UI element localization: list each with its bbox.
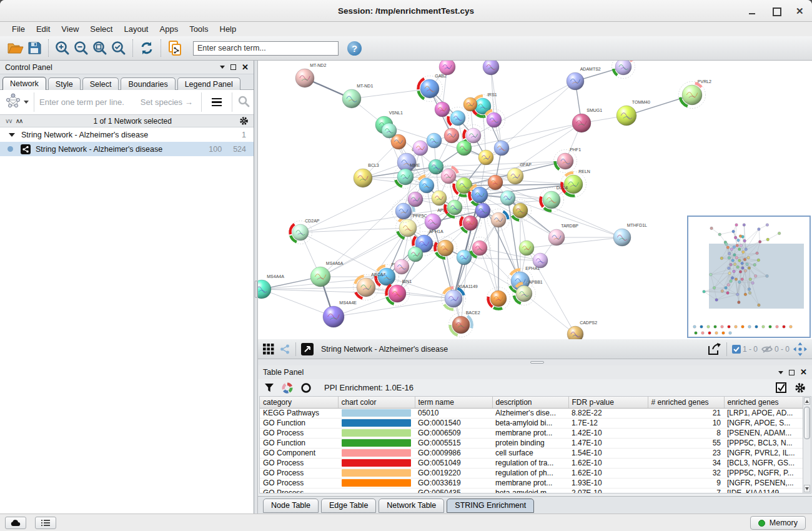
task-history-button[interactable] [35,517,56,529]
network-node[interactable]: KIAA1149 [442,284,478,311]
enrichment-row[interactable]: GO ComponentGO:0009986cell surface1.54E-… [260,448,804,458]
table-panel-menu-icon[interactable] [778,371,783,374]
share-network-icon[interactable] [279,344,290,355]
filter-icon[interactable] [264,383,274,393]
annotation-mode-icon[interactable] [301,343,314,355]
menu-edit[interactable]: Edit [31,23,56,35]
network-node[interactable] [439,61,455,75]
column-header[interactable]: FDR p-value [568,397,648,408]
string-options-icon[interactable] [212,98,222,107]
network-list-gear-icon[interactable] [239,116,249,126]
zoom-in-icon[interactable] [53,39,72,57]
network-node[interactable]: MS4A4A [258,274,284,299]
network-node[interactable]: BACE2 [449,310,480,337]
network-node[interactable] [457,141,472,156]
panel-menu-icon[interactable] [220,66,225,69]
birdseye-view[interactable] [687,216,811,338]
collapse-all-icon[interactable]: ∨∨ [5,117,12,124]
zoom-selected-icon[interactable] [109,39,128,57]
menu-help[interactable]: Help [214,23,242,35]
expand-all-icon[interactable]: ∧∧ [16,117,22,124]
help-icon[interactable]: ? [347,41,362,56]
network-node[interactable] [413,141,428,156]
string-search-icon[interactable] [237,95,250,110]
enrichment-row[interactable]: GO ProcessGO:0050435beta-amyloid m...2.0… [260,488,804,494]
network-collection-row[interactable]: String Network - Alzheimer's disease 1 [0,127,254,142]
tab-boundaries[interactable]: Boundaries [121,77,175,90]
enrichment-row[interactable]: GO ProcessGO:0051049regulation of tra...… [260,458,804,468]
column-header[interactable]: term name [415,397,492,408]
column-header[interactable]: category [260,397,338,408]
menu-select[interactable]: Select [84,23,118,35]
open-folder-icon[interactable] [6,39,25,57]
tab-node-table[interactable]: Node Table [263,499,319,513]
network-canvas[interactable]: MT-ND2MT-ND1VSNL1GAB2ADAMTS2PVRL2TOMM40S… [258,61,812,339]
network-row-selected[interactable]: String Network - Alzheimer's disease 100… [0,142,254,156]
copy-network-icon[interactable] [166,39,184,57]
tab-edge-table[interactable]: Edge Table [321,499,376,513]
table-panel-float-icon[interactable] [789,370,795,375]
network-node[interactable] [487,287,510,310]
birdseye-toggle-icon[interactable] [793,342,807,356]
refresh-icon[interactable] [137,39,156,57]
scroll-up-icon[interactable] [804,397,810,405]
network-node[interactable]: GFAP [507,162,532,184]
network-node[interactable]: CADPS2 [567,320,597,339]
enrichment-row[interactable]: GO ProcessGO:0006509membrane prot...1.42… [260,428,804,438]
network-node[interactable]: ADAMTS2 [567,67,601,90]
network-node[interactable]: MTHFD1L [613,223,647,246]
scroll-down-icon[interactable] [804,485,810,492]
hidden-eye-icon[interactable] [761,345,773,354]
menu-tools[interactable]: Tools [184,23,214,35]
network-node[interactable] [463,97,477,111]
menu-apps[interactable]: Apps [154,23,184,35]
memory-button[interactable]: Memory [750,516,806,530]
zoom-out-icon[interactable] [72,39,91,57]
network-node[interactable] [394,259,409,274]
string-db-dropdown-icon[interactable] [24,101,29,104]
network-node[interactable]: PVRL2 [679,79,712,109]
column-header[interactable]: # enriched genes [648,397,724,408]
column-header[interactable]: chart color [338,397,415,408]
network-node[interactable] [434,237,457,260]
export-network-icon[interactable] [708,343,721,355]
network-node[interactable]: BCL3 [354,163,379,187]
network-node[interactable]: DLG4 [540,186,568,212]
network-node[interactable] [447,107,469,129]
tab-string-enrichment[interactable]: STRING Enrichment [447,499,534,513]
network-node[interactable] [408,247,423,262]
network-node[interactable]: RELN [561,169,590,197]
zoom-fit-icon[interactable] [91,39,109,57]
network-node[interactable] [475,203,490,218]
table-panel-close-icon[interactable]: ✕ [800,369,807,375]
network-node[interactable] [488,175,503,190]
enrichment-row[interactable]: GO ProcessGO:0033619membrane prot...1.93… [260,478,804,488]
network-node[interactable]: GAB2 [417,74,447,102]
maximize-button[interactable] [772,7,781,16]
pie-chart-icon[interactable] [282,382,293,394]
network-node[interactable] [428,159,443,174]
network-node[interactable] [382,123,397,138]
network-node[interactable] [533,253,548,268]
network-node[interactable]: MS4A6A [310,261,344,287]
close-button[interactable]: ✕ [796,7,805,16]
network-node[interactable] [432,191,447,206]
table-scrollbar[interactable] [803,396,811,494]
network-node[interactable]: MT-ND2 [295,63,326,87]
panel-close-icon[interactable]: ✕ [242,64,249,71]
network-node[interactable]: TARDBP [548,224,578,246]
save-icon[interactable] [25,39,44,57]
network-node[interactable]: MT-ND1 [342,84,373,108]
menu-file[interactable]: File [6,23,31,35]
tab-legend-panel[interactable]: Legend Panel [177,77,240,90]
tab-network-table[interactable]: Network Table [379,499,444,513]
network-node[interactable] [408,192,423,207]
network-node[interactable] [427,133,442,148]
minimize-button[interactable] [748,7,757,16]
network-node[interactable] [510,200,532,222]
search-input[interactable] [193,41,339,56]
tab-style[interactable]: Style [48,77,81,90]
string-query-input[interactable]: Enter one term per line. [39,97,124,107]
grid-icon[interactable] [263,344,274,355]
enrichment-row[interactable]: GO FunctionGO:0001540beta-amyloid bi...1… [260,418,804,428]
